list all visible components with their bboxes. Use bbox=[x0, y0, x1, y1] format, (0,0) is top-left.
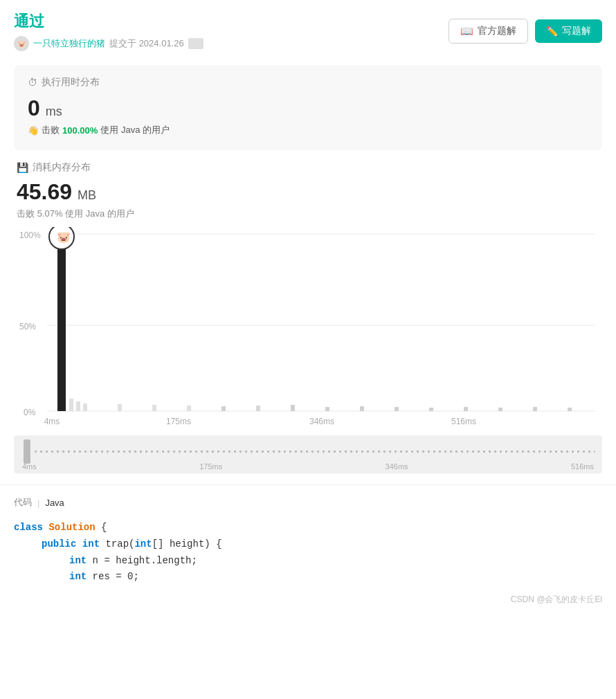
avatar-emoji: 🐷 bbox=[57, 230, 71, 244]
code-lang-bar: 代码 | Java bbox=[14, 496, 602, 509]
hist-bar-11 bbox=[360, 406, 364, 411]
hist-bar-17 bbox=[568, 408, 572, 411]
mini-bar bbox=[24, 439, 30, 464]
author-avatar: 🐷 bbox=[14, 36, 29, 51]
code-section: 代码 | Java class Solution { public int tr… bbox=[0, 496, 616, 588]
kw-public: public bbox=[42, 536, 76, 553]
pipe-separator: | bbox=[37, 498, 39, 508]
section-divider bbox=[0, 484, 616, 485]
header-buttons: 📖 官方题解 ✏️ 写题解 bbox=[449, 19, 602, 44]
hist-bar-12 bbox=[395, 407, 399, 411]
kw-int-3: int bbox=[69, 553, 87, 570]
code-line-2: public int trap ( int [] height ) { bbox=[14, 536, 602, 553]
memory-value: 45.69 bbox=[17, 179, 72, 204]
y-label-50: 50% bbox=[19, 322, 36, 332]
wave-icon: 👋 bbox=[28, 125, 39, 136]
mini-label-175ms: 175ms bbox=[199, 462, 222, 471]
status-title: 通过 bbox=[14, 11, 203, 32]
code-line-3: int n = height . length ; bbox=[14, 553, 602, 570]
code-language: Java bbox=[45, 498, 64, 508]
memory-icon: 💾 bbox=[17, 162, 28, 173]
hist-bar-13 bbox=[429, 408, 433, 411]
kw-class: class bbox=[14, 520, 43, 536]
clock-icon: ⏱ bbox=[28, 77, 37, 88]
mini-label-346ms: 346ms bbox=[386, 462, 408, 471]
code-block: class Solution { public int trap ( int [… bbox=[14, 517, 602, 588]
x-label-346ms: 346ms bbox=[309, 417, 334, 426]
mini-chart: 4ms 175ms 346ms 516ms bbox=[14, 435, 602, 473]
memory-unit: MB bbox=[78, 188, 96, 202]
page-header: 通过 🐷 一只特立独行的猪 提交于 2024.01.26 📖 官方题解 ✏️ 写… bbox=[0, 0, 616, 58]
fn-length: length bbox=[156, 553, 191, 570]
hist-bar-6 bbox=[187, 406, 191, 411]
hist-bar-2 bbox=[76, 401, 80, 411]
write-solution-button[interactable]: ✏️ 写题解 bbox=[535, 19, 602, 43]
fn-trap: trap bbox=[105, 536, 129, 553]
kw-int-1: int bbox=[82, 536, 100, 553]
performance-card: ⏱ 执行用时分布 0 ms 👋 击败 100.00% 使用 Java 的用户 bbox=[14, 65, 602, 150]
official-solution-button[interactable]: 📖 官方题解 bbox=[449, 19, 528, 44]
memory-beat: 击败 5.07% 使用 Java 的用户 bbox=[17, 208, 599, 220]
mini-label-516ms: 516ms bbox=[571, 462, 594, 471]
chart-area: 100% 50% 0% 🐷 4ms 175ms 346ms bbox=[14, 227, 602, 430]
hist-bar-3 bbox=[83, 403, 87, 411]
memory-value-row: 45.69 MB bbox=[17, 179, 599, 205]
x-label-175ms: 175ms bbox=[166, 417, 191, 426]
hist-bar-5 bbox=[152, 405, 156, 411]
edit-icon: ✏️ bbox=[546, 26, 558, 37]
author-line: 🐷 一只特立独行的猪 提交于 2024.01.26 bbox=[14, 36, 203, 51]
header-left: 通过 🐷 一只特立独行的猪 提交于 2024.01.26 bbox=[14, 11, 203, 51]
x-label-4ms: 4ms bbox=[44, 417, 60, 426]
y-label-0: 0% bbox=[24, 408, 36, 417]
kw-int-4: int bbox=[69, 569, 87, 585]
submit-time: 提交于 2024.01.26 bbox=[109, 37, 184, 50]
kw-int-2: int bbox=[134, 536, 152, 553]
performance-chart: 100% 50% 0% 🐷 4ms 175ms 346ms bbox=[14, 227, 602, 428]
watermark: CSDN @会飞的皮卡丘El bbox=[0, 588, 616, 611]
code-line-4: int res = 0; bbox=[14, 569, 602, 585]
hist-bar-15 bbox=[498, 408, 502, 411]
code-line-1: class Solution { bbox=[14, 520, 602, 536]
hist-bar-4 bbox=[118, 404, 122, 411]
hist-bar-8 bbox=[256, 406, 260, 411]
hist-bar-14 bbox=[464, 407, 468, 411]
mini-label-4ms: 4ms bbox=[22, 462, 37, 471]
hist-bar-7 bbox=[221, 406, 226, 411]
beat-percent: 100.00% bbox=[62, 125, 98, 136]
param-height: height bbox=[170, 536, 204, 553]
perf-unit: ms bbox=[46, 105, 62, 118]
x-label-516ms: 516ms bbox=[451, 417, 476, 426]
memory-beat-percent: 5.07% bbox=[37, 208, 63, 219]
perf-value: 0 bbox=[28, 96, 40, 120]
cn-solution: Solution bbox=[48, 520, 95, 536]
memory-section: 💾 消耗内存分布 45.69 MB 击败 5.07% 使用 Java 的用户 bbox=[14, 161, 602, 220]
mini-chart-x-labels: 4ms 175ms 346ms 516ms bbox=[14, 462, 602, 471]
hist-bar-1 bbox=[69, 399, 73, 411]
perf-title: ⏱ 执行用时分布 bbox=[28, 76, 588, 89]
solution-bar bbox=[57, 238, 66, 411]
hist-bar-16 bbox=[533, 407, 537, 411]
y-label-100: 100% bbox=[19, 230, 41, 240]
code-label: 代码 bbox=[14, 496, 32, 509]
mini-chart-dots bbox=[35, 451, 595, 453]
memory-title: 💾 消耗内存分布 bbox=[17, 161, 599, 174]
book-icon: 📖 bbox=[460, 25, 473, 37]
hist-bar-10 bbox=[325, 407, 329, 411]
perf-beat: 👋 击败 100.00% 使用 Java 的用户 bbox=[28, 124, 588, 136]
perf-value-row: 0 ms bbox=[28, 96, 588, 121]
flag-icon bbox=[188, 38, 203, 49]
hist-bar-9 bbox=[291, 405, 295, 411]
author-name: 一只特立独行的猪 bbox=[33, 37, 105, 50]
